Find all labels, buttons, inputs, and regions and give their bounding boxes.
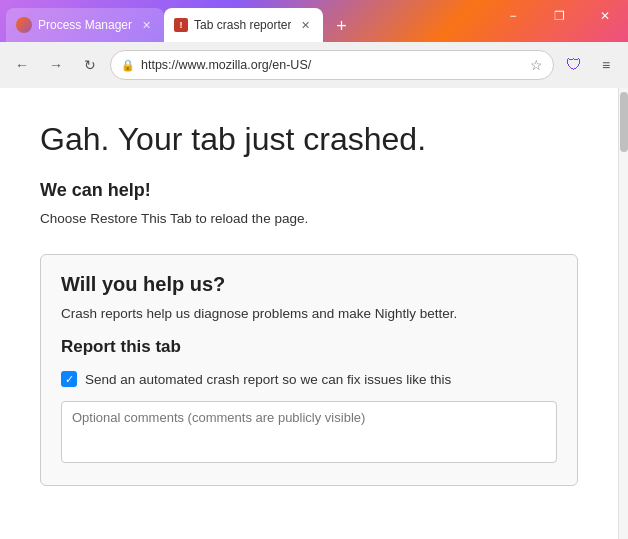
we-can-help-heading: We can help!: [40, 180, 578, 201]
window-controls: − ❐ ✕: [490, 0, 628, 32]
reload-button[interactable]: ↻: [76, 51, 104, 79]
help-box: Will you help us? Crash reports help us …: [40, 254, 578, 486]
tab-bar: Process Manager ✕ ! Tab crash reporter ✕…: [0, 0, 628, 42]
report-this-tab-heading: Report this tab: [61, 337, 557, 357]
automated-report-checkbox[interactable]: ✓: [61, 371, 77, 387]
url-text: https://www.mozilla.org/en-US/: [141, 58, 524, 72]
browser-toolbar: ← → ↻ 🔒 https://www.mozilla.org/en-US/ ☆…: [0, 42, 628, 88]
tab-process-manager-close[interactable]: ✕: [138, 17, 154, 33]
bookmark-star-icon[interactable]: ☆: [530, 57, 543, 73]
menu-button[interactable]: ≡: [592, 51, 620, 79]
main-content-area: Gah. Your tab just crashed. We can help!…: [0, 88, 618, 539]
minimize-button[interactable]: −: [490, 0, 536, 32]
tab-crash-reporter-close[interactable]: ✕: [297, 17, 313, 33]
automated-report-row: ✓ Send an automated crash report so we c…: [61, 371, 557, 387]
restore-text: Choose Restore This Tab to reload the pa…: [40, 211, 578, 226]
crash-favicon: !: [174, 18, 188, 32]
automated-report-label: Send an automated crash report so we can…: [85, 372, 451, 387]
forward-button[interactable]: →: [42, 51, 70, 79]
lock-icon: 🔒: [121, 59, 135, 72]
tab-crash-reporter-label: Tab crash reporter: [194, 18, 291, 32]
back-button[interactable]: ←: [8, 51, 36, 79]
tab-process-manager[interactable]: Process Manager ✕: [6, 8, 164, 42]
crash-reports-description: Crash reports help us diagnose problems …: [61, 306, 557, 321]
add-tab-button[interactable]: +: [327, 12, 355, 40]
comments-textarea[interactable]: [61, 401, 557, 463]
page-content: Gah. Your tab just crashed. We can help!…: [0, 88, 628, 539]
toolbar-right: 🛡 ≡: [560, 51, 620, 79]
shield-icon[interactable]: 🛡: [560, 51, 588, 79]
address-bar[interactable]: 🔒 https://www.mozilla.org/en-US/ ☆: [110, 50, 554, 80]
tab-crash-reporter[interactable]: ! Tab crash reporter ✕: [164, 8, 323, 42]
maximize-button[interactable]: ❐: [536, 0, 582, 32]
scrollbar[interactable]: [618, 88, 628, 539]
firefox-favicon: [16, 17, 32, 33]
crash-heading: Gah. Your tab just crashed.: [40, 120, 578, 158]
will-you-help-heading: Will you help us?: [61, 273, 557, 296]
scrollbar-thumb[interactable]: [620, 92, 628, 152]
close-button[interactable]: ✕: [582, 0, 628, 32]
tab-process-manager-label: Process Manager: [38, 18, 132, 32]
